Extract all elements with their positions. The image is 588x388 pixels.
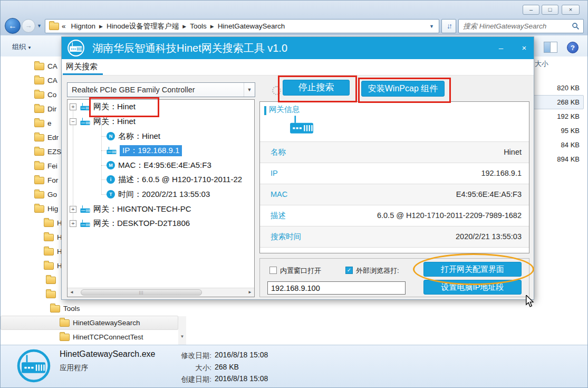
ip-address-input[interactable] <box>267 281 406 295</box>
name-badge-icon: N <box>107 132 115 140</box>
tree-node-description[interactable]: i 描述：6.0.5 @ H120-1710-2011-22 <box>68 173 254 186</box>
sidebar-item[interactable] <box>46 273 56 287</box>
info-rows-bottom-border <box>260 247 529 248</box>
dropdown-caret-icon[interactable]: ▼ <box>244 83 255 97</box>
external-browser-checkbox[interactable]: ✓ <box>345 267 353 274</box>
change-view-button[interactable] <box>544 42 557 53</box>
file-size-value[interactable]: 820 KB <box>532 81 584 95</box>
search-icon[interactable] <box>572 22 580 30</box>
help-button[interactable]: ? <box>567 42 579 53</box>
sidebar-item[interactable]: H <box>44 230 62 244</box>
annotation-red-box-gateway-node <box>89 97 159 117</box>
address-history-caret-icon[interactable]: ▼ <box>429 24 439 29</box>
tree-node-ip-selected[interactable]: IP：192.168.9.1 <box>68 144 254 157</box>
tree-node-time[interactable]: T 时间：2020/2/21 13:55:03 <box>68 187 254 201</box>
dialog-titlebar[interactable]: 湖南华辰智通科技Hinet网关搜索工具 v1.0 – × <box>62 37 534 59</box>
annotation-red-box-stop-search <box>278 75 357 102</box>
folder-icon <box>34 148 44 156</box>
sidebar-item-hinettcpconnecttest[interactable]: HinetTCPConnectTest <box>60 330 143 344</box>
router-icon <box>80 118 90 126</box>
file-size-value-selected[interactable]: 268 KB <box>532 96 584 109</box>
expand-icon[interactable]: + <box>70 103 76 110</box>
sidebar-item[interactable]: CA <box>34 59 57 73</box>
sidebar-item[interactable]: For <box>34 173 58 187</box>
sidebar-item[interactable]: H <box>44 244 62 259</box>
size-column-header[interactable]: 大小 <box>535 59 548 69</box>
adapter-dropdown-value: Realtek PCIe GBE Family Controller <box>68 86 244 94</box>
sidebar-item[interactable]: e <box>34 116 52 130</box>
tree-node-name[interactable]: N 名称：Hinet <box>68 129 254 143</box>
sidebar-item[interactable]: H <box>44 216 62 230</box>
sidebar-item[interactable]: Co <box>34 88 56 102</box>
recent-pages-caret-icon[interactable]: ▼ <box>37 23 42 29</box>
collapse-icon[interactable]: − <box>70 118 76 125</box>
annotation-red-box-install-winpcap <box>358 78 451 103</box>
file-size-value[interactable]: 894 KB <box>532 153 584 166</box>
details-created-value: 2016/8/18 15:08 <box>215 374 268 383</box>
sidebar-item[interactable]: H <box>44 259 62 273</box>
address-folder-icon <box>49 23 59 30</box>
tree-node-mac[interactable]: M MAC：E4:95:6E:4E:A5:F3 <box>68 158 254 172</box>
sidebar-item[interactable]: Dir <box>34 102 56 116</box>
active-tab-underline <box>63 73 103 75</box>
forward-button[interactable]: → <box>22 19 35 33</box>
sidebar-item[interactable]: Hig <box>34 202 58 216</box>
info-row-name: 名称Hinet <box>260 141 529 163</box>
dialog-close-button[interactable]: × <box>517 42 531 54</box>
minimize-button[interactable]: – <box>523 5 539 15</box>
gateway-tree: + 网关：Hinet − 网关：Hinet N 名称：Hinet IP：192.… <box>67 99 255 297</box>
sidebar-item[interactable]: EZS <box>34 145 61 159</box>
breadcrumb-item-tools[interactable]: Tools <box>187 22 209 30</box>
expand-icon[interactable]: + <box>70 206 76 213</box>
folder-icon <box>44 262 54 270</box>
scroll-down-icon[interactable]: ▼ <box>178 333 186 341</box>
tree-node-gateway-desktop[interactable]: + 网关：DESKTOP-D2T1806 <box>68 216 254 230</box>
router-icon <box>80 205 90 213</box>
sidebar-item[interactable] <box>46 287 56 301</box>
breadcrumb-item-hinode[interactable]: Hinode设备管理客户端 <box>104 22 181 31</box>
breadcrumb-separator-icon: ▶ <box>98 24 104 29</box>
close-button[interactable]: × <box>562 5 580 15</box>
folder-icon <box>46 277 56 284</box>
scroll-right-icon[interactable]: ► <box>246 288 254 297</box>
file-size-value[interactable]: 95 KB <box>532 124 584 138</box>
scroll-left-icon[interactable]: ◄ <box>68 288 76 297</box>
builtin-window-label[interactable]: 内置窗口打开 <box>280 266 321 276</box>
expand-icon[interactable]: + <box>70 220 76 227</box>
sidebar-item[interactable]: Go <box>34 187 57 202</box>
breadcrumb-item-hinetgatewaysearch[interactable]: HinetGatewaySearch <box>215 22 288 30</box>
tree-horizontal-scrollbar[interactable]: ◄ ||| ► <box>68 288 254 297</box>
info-row-search-time: 搜索时间2020/2/21 13:55:03 <box>260 226 529 247</box>
builtin-window-checkbox[interactable] <box>269 267 277 274</box>
scrollbar-thumb[interactable]: ||| <box>81 289 202 296</box>
info-row-description: 描述6.0.5 @ H120-1710-2011-2209-7989-1682 <box>260 205 529 226</box>
tree-node-gateway-hignton[interactable]: + 网关：HIGNTON-TECH-PC <box>68 202 254 216</box>
tab-gateway-search[interactable]: 网关搜索 <box>66 62 98 72</box>
folder-icon <box>34 63 44 70</box>
external-browser-label[interactable]: 外部浏览器打: <box>356 266 399 276</box>
refresh-button[interactable]: ↓↑ <box>441 19 456 33</box>
sidebar-item[interactable]: CA <box>34 73 57 88</box>
sidebar-item[interactable]: Fei <box>34 159 57 173</box>
address-bar[interactable]: « Hignton ▶ Hinode设备管理客户端 ▶ Tools ▶ Hine… <box>45 19 439 33</box>
sidebar-item-tools[interactable]: Tools <box>50 301 80 316</box>
breadcrumb-item-hignton[interactable]: Hignton <box>69 22 99 30</box>
router-icon <box>107 147 117 155</box>
details-size-value: 268 KB <box>215 363 239 371</box>
sidebar-item[interactable]: Edr <box>34 130 59 145</box>
sidebar-item-hinetgatewaysearch[interactable]: HinetGatewaySearch <box>60 316 140 330</box>
dialog-minimize-button[interactable]: – <box>494 42 508 54</box>
folder-icon <box>34 91 44 99</box>
check-icon: ✓ <box>347 267 351 273</box>
search-input[interactable] <box>459 22 572 30</box>
organize-menu-button[interactable]: 组织▼ <box>12 42 32 52</box>
refresh-icon: ↓↑ <box>447 22 451 30</box>
sidebar-scrollbar[interactable]: ▼ <box>178 316 186 345</box>
folder-icon <box>34 134 44 141</box>
file-size-value[interactable]: 84 KB <box>532 138 584 152</box>
file-size-value[interactable]: 192 KB <box>532 110 584 124</box>
back-button[interactable]: ← <box>5 18 21 34</box>
adapter-dropdown[interactable]: Realtek PCIe GBE Family Controller ▼ <box>67 82 255 97</box>
details-created-label: 创建日期: <box>159 375 211 384</box>
restore-button[interactable]: □ <box>542 5 558 15</box>
